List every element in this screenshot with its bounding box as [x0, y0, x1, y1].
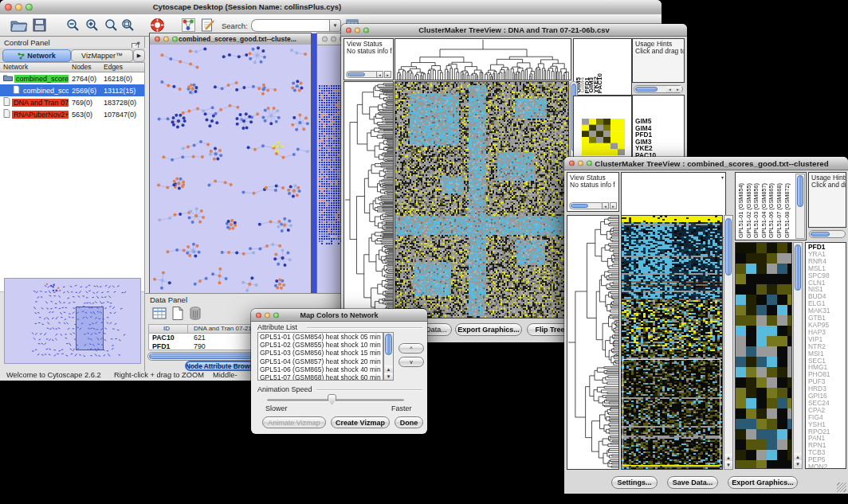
treeview2-save-data-button[interactable]: Save Data... [667, 476, 718, 489]
treeview2-heatmap[interactable] [621, 215, 723, 470]
create-vizmap-button[interactable]: Create Vizmap [331, 416, 390, 428]
animate-vizmap-button[interactable]: Animate Vizmap [262, 416, 326, 428]
column-label[interactable]: GPL51-08 (GSM872) [783, 183, 791, 238]
network-overview-canvas[interactable] [5, 279, 140, 363]
zoom-button[interactable] [273, 312, 279, 318]
move-up-button[interactable]: ^ [398, 343, 424, 354]
scroll-right-arrow[interactable]: ▸ [674, 86, 681, 92]
treeview1-column-labels[interactable]: GIM5GIM4PFD1GIM3YKE2PAC10 [573, 38, 632, 96]
column-label[interactable]: GPL51-02 (GSM855) [745, 183, 752, 238]
treeview2-export-graphics-button[interactable]: Export Graphics... [728, 476, 798, 489]
data-panel-hscroll-thumb[interactable] [149, 354, 253, 359]
node-attribute-browser-button[interactable]: Node Attribute Brows [185, 361, 254, 371]
attribute-list-item[interactable]: GPL51-03 (GSM856) heat shock 15 min [258, 349, 383, 357]
network-table-row[interactable]: RNAPuberNov2+I563(0)107847(0) [0, 108, 144, 120]
zoom-button[interactable] [172, 37, 178, 42]
scroll-right-arrow[interactable]: ▸ [384, 71, 391, 78]
zoom-button[interactable] [587, 161, 592, 166]
scroll-left-arrow[interactable]: ◂ [602, 202, 609, 209]
view-status-hscroll[interactable] [569, 202, 604, 209]
attribute-list-item[interactable]: GPL51-06 (GSM865) heat shock 40 min [258, 365, 383, 373]
scroll-right-arrow[interactable]: ▸ [610, 202, 617, 209]
treeview2-column-labels[interactable]: GPL51-01 (GSM854)GPL51-02 (GSM855)GPL51-… [735, 172, 807, 240]
treeview1-mini-heatmap[interactable] [582, 119, 625, 155]
treeview1-hints-hscroll[interactable]: ◂ ▸ [634, 85, 683, 93]
col-nodes[interactable]: Nodes [72, 63, 92, 71]
scroll-down-arrow[interactable]: ▼ [724, 461, 732, 468]
column-label[interactable]: PAC10 [598, 73, 602, 93]
minimize-button[interactable] [578, 161, 583, 166]
network2-canvas[interactable] [319, 85, 343, 244]
save-session-icon[interactable] [33, 18, 46, 35]
minimize-button[interactable] [163, 37, 169, 42]
search-dropdown-button[interactable]: ▼ [329, 19, 341, 32]
attribute-list-item[interactable]: GPL51-02 (GSM855) heat shock 10 min [258, 341, 383, 349]
tab-overflow-button[interactable]: ▶ [133, 49, 145, 62]
column-label[interactable]: GPL51-03 (GSM856) [752, 183, 760, 238]
treeview1-titlebar[interactable]: ClusterMaker TreeView : DNA and Tran 07-… [341, 24, 687, 37]
treeview2-titlebar[interactable]: ClusterMaker TreeView : combined_scores_… [564, 157, 848, 170]
attribute-list-item[interactable]: GPL51-01 (GSM854) heat shock 05 min [258, 333, 383, 341]
treeview1-column-dendrogram[interactable] [395, 38, 571, 80]
minimize-button[interactable] [331, 37, 336, 42]
zoom-in-icon[interactable] [85, 18, 99, 35]
tab-network[interactable]: Network [2, 49, 71, 62]
search-input[interactable] [251, 19, 336, 32]
zoom-out-icon[interactable] [66, 18, 80, 35]
delete-attribute-icon[interactable] [189, 306, 202, 324]
col-network[interactable]: Network [3, 63, 28, 71]
gene-label[interactable]: MON2 [808, 463, 846, 469]
hints-hscroll-thumb[interactable] [635, 87, 658, 92]
resize-grip[interactable] [837, 483, 846, 492]
treeview1-row-dendrogram[interactable] [344, 81, 394, 318]
scroll-up-arrow[interactable]: ▲ [384, 365, 393, 373]
zoom-button[interactable] [363, 27, 369, 33]
zoom-vscroll-thumb[interactable] [795, 244, 801, 291]
close-button[interactable] [346, 27, 351, 33]
treeview2-settings-button[interactable]: Settings... [611, 476, 658, 489]
scroll-up-arrow[interactable]: ▲ [794, 453, 802, 460]
network-table-row[interactable]: DNA and Tran 07769(0)183728(0) [0, 96, 144, 108]
zoom-actual-icon[interactable] [104, 18, 118, 35]
hints-hscroll-thumb[interactable] [811, 232, 830, 236]
table-view-icon[interactable] [152, 307, 167, 323]
scroll-down-arrow[interactable]: ▼ [384, 373, 393, 380]
view-status-hscroll-thumb[interactable] [571, 204, 588, 208]
attribute-list[interactable]: GPL51-01 (GSM854) heat shock 05 minGPL51… [257, 332, 383, 381]
attribute-vscroll-thumb[interactable] [385, 334, 392, 355]
attribute-list-item[interactable]: GPL51-04 (GSM857) heat shock 20 min [258, 357, 383, 365]
network-view-controls[interactable] [155, 37, 178, 42]
col-edges[interactable]: Edges [104, 63, 123, 71]
collabels-vscroll[interactable] [795, 174, 805, 239]
treeview2-controls[interactable] [569, 161, 592, 166]
treeview2-vscroll[interactable]: ▲ ▼ [724, 215, 733, 470]
close-button[interactable] [569, 161, 575, 166]
tab-vizmapper[interactable]: VizMapper™ [71, 49, 133, 62]
data-panel-hscroll[interactable] [147, 352, 256, 361]
minimize-button[interactable] [265, 312, 270, 318]
column-label[interactable]: GPL51-07 (GSM868) [775, 183, 783, 238]
done-button[interactable]: Done [395, 416, 423, 428]
animation-slider-thumb[interactable] [328, 394, 336, 404]
column-label[interactable]: GPL51-06 (GSM865) [768, 183, 775, 238]
dialog-titlebar[interactable]: Map Colors to Network [251, 309, 427, 322]
scroll-left-arrow[interactable]: ◂ [376, 71, 383, 78]
scroll-down-arrow[interactable]: ▼ [794, 460, 802, 467]
treeview1-export-graphics-button[interactable]: Export Graphics... [455, 323, 522, 336]
collabels-vscroll-thumb[interactable] [797, 175, 803, 207]
vizmapper-icon[interactable] [182, 18, 195, 35]
close-button[interactable] [155, 37, 160, 42]
close-button[interactable] [256, 312, 261, 318]
view-status-hscroll[interactable] [346, 71, 379, 78]
view-status-hscroll-thumb[interactable] [347, 72, 365, 76]
scroll-left-arrow[interactable]: ◂ [666, 86, 673, 92]
network-overview-panel[interactable] [4, 278, 141, 364]
network-view-titlebar[interactable]: combined_scores_good.txt--cluste... [150, 33, 311, 45]
treeview2-vscroll-thumb[interactable] [725, 218, 732, 275]
treeview2-zoom-panel[interactable] [735, 242, 792, 469]
new-attribute-icon[interactable] [171, 306, 184, 324]
column-label[interactable]: GPL51-04 (GSM857) [760, 183, 768, 238]
minimize-button[interactable] [355, 27, 360, 33]
col-id[interactable]: ID [163, 325, 170, 332]
attribute-list-vscroll[interactable]: ▲ ▼ [383, 332, 394, 381]
